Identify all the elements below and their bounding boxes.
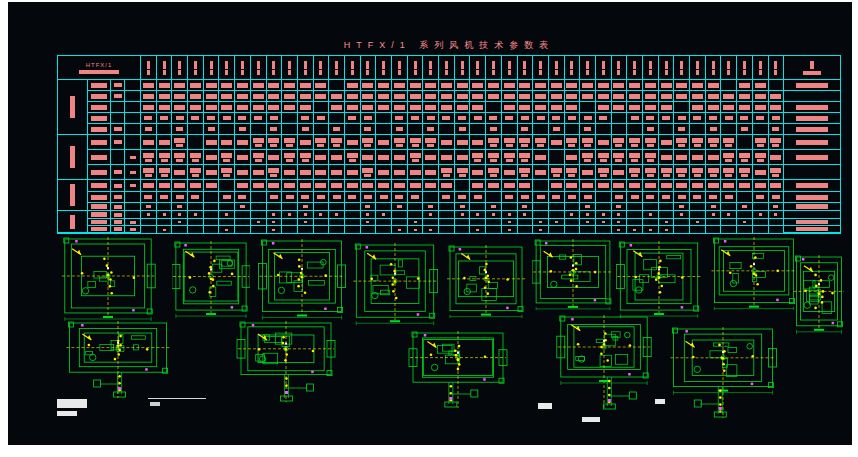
machine-drawing [258, 238, 346, 320]
table-corner-label: HTFX/1 [86, 62, 113, 68]
table-column-header [376, 56, 392, 79]
text-block [774, 61, 777, 69]
table-cell [204, 219, 220, 225]
text-block [488, 183, 499, 188]
text-block [796, 83, 828, 88]
table-cell [627, 180, 643, 191]
text-block [796, 183, 828, 188]
text-block [535, 105, 546, 110]
table-cell [423, 219, 439, 225]
table-header-row [141, 56, 783, 80]
table-cell [627, 113, 643, 123]
table-cell [172, 102, 188, 112]
text-block [555, 61, 558, 69]
text-block [755, 94, 766, 99]
table-unit-cell [125, 80, 140, 91]
table-cell [502, 102, 518, 112]
text-block [490, 159, 497, 162]
table-cell [721, 91, 737, 101]
text-block [207, 116, 215, 120]
table-cell [314, 180, 330, 191]
table-cell [502, 135, 518, 149]
table-cell [753, 219, 769, 225]
text-block [461, 213, 464, 216]
text-block [319, 213, 322, 216]
table-right-cell [784, 165, 840, 180]
table-cell [439, 219, 455, 225]
text-block [130, 184, 136, 187]
text-block [566, 155, 577, 160]
table-cell [439, 113, 455, 123]
text-block [206, 94, 217, 99]
text-block [394, 183, 405, 188]
table-right-header [784, 56, 840, 80]
text-block [586, 70, 589, 75]
text-block [223, 195, 231, 199]
text-block [143, 168, 154, 173]
table-cell [706, 165, 722, 179]
text-block [178, 70, 181, 75]
text-block [272, 61, 275, 69]
table-cell [721, 192, 737, 202]
table-cell [141, 150, 157, 164]
table-cell [235, 113, 251, 123]
table-cell [329, 165, 345, 179]
text-block [348, 195, 356, 199]
text-block [331, 94, 342, 99]
text-block [333, 195, 341, 199]
table-cell [235, 203, 251, 210]
table-cell [627, 150, 643, 164]
text-block [317, 116, 325, 120]
table-cell [455, 192, 471, 202]
table-cell [643, 219, 659, 225]
table-row [141, 80, 783, 91]
text-block [130, 171, 136, 174]
table-row [141, 135, 783, 150]
table-cell [423, 102, 439, 112]
text-block [300, 83, 311, 88]
table-cell [329, 180, 345, 191]
text-block [364, 144, 371, 147]
table-cell [423, 150, 439, 164]
text-block [362, 138, 373, 143]
table-cell [659, 226, 675, 233]
text-block [238, 116, 246, 120]
text-block [694, 144, 701, 147]
table-rowlabel-cell [88, 102, 111, 113]
text-block [796, 140, 828, 145]
table-left-section: HTFX/1 [58, 56, 141, 233]
text-block [159, 153, 170, 158]
table-cell [314, 80, 330, 90]
text-block [602, 221, 605, 223]
table-row [141, 180, 783, 192]
text-block [646, 195, 654, 199]
text-block [378, 155, 389, 160]
table-cell [721, 135, 737, 149]
table-cell [674, 180, 690, 191]
text-block [692, 94, 703, 99]
text-block [692, 83, 703, 88]
table-sub-cell [111, 192, 124, 203]
text-block [159, 140, 170, 145]
table-cell [769, 150, 784, 164]
table-cell [298, 226, 314, 233]
table-cell [627, 91, 643, 101]
table-cell [329, 203, 345, 210]
table-cell [518, 192, 534, 202]
table-cell [423, 192, 439, 202]
text-block [335, 213, 338, 216]
text-block [395, 116, 403, 120]
table-cell [204, 165, 220, 179]
annotation-mark [582, 417, 600, 422]
table-cell [439, 102, 455, 112]
text-block [615, 159, 622, 162]
table-cell [565, 135, 581, 149]
text-block [366, 61, 369, 69]
text-block [665, 229, 668, 231]
text-block [535, 94, 546, 99]
table-cell [282, 203, 298, 210]
table-cell [345, 165, 361, 179]
text-block [615, 144, 622, 147]
text-block [441, 83, 452, 88]
table-cell [188, 192, 204, 202]
